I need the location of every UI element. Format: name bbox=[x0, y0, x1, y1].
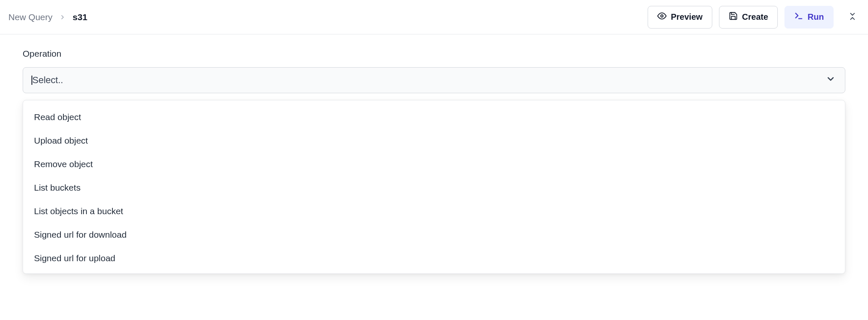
breadcrumb: New Query s31 bbox=[8, 12, 87, 22]
chevrons-collapse-icon bbox=[848, 12, 857, 23]
dropdown-item[interactable]: List objects in a bucket bbox=[23, 199, 845, 223]
operation-dropdown: Read object Upload object Remove object … bbox=[23, 100, 845, 274]
run-button[interactable]: Run bbox=[784, 6, 834, 29]
select-placeholder: Select.. bbox=[32, 75, 63, 86]
content-area: Operation Select.. Read object Upload ob… bbox=[0, 34, 868, 93]
header-bar: New Query s31 Preview Create Run bbox=[0, 0, 868, 34]
dropdown-item[interactable]: Signed url for download bbox=[23, 223, 845, 247]
terminal-icon bbox=[794, 11, 803, 23]
dropdown-item[interactable]: Signed url for upload bbox=[23, 247, 845, 270]
dropdown-item[interactable]: Upload object bbox=[23, 129, 845, 152]
text-cursor bbox=[31, 76, 32, 85]
operation-select[interactable]: Select.. bbox=[23, 67, 845, 93]
dropdown-item[interactable]: List buckets bbox=[23, 176, 845, 199]
breadcrumb-root[interactable]: New Query bbox=[8, 12, 52, 22]
preview-button-label: Preview bbox=[671, 12, 703, 22]
collapse-button[interactable] bbox=[845, 10, 860, 24]
preview-button[interactable]: Preview bbox=[648, 6, 712, 29]
create-button-label: Create bbox=[742, 12, 768, 22]
svg-point-0 bbox=[661, 15, 663, 17]
chevron-down-icon bbox=[826, 74, 836, 87]
operation-select-wrapper: Select.. Read object Upload object Remov… bbox=[23, 67, 845, 93]
save-icon bbox=[729, 11, 738, 23]
breadcrumb-current: s31 bbox=[73, 12, 87, 22]
dropdown-item[interactable]: Remove object bbox=[23, 152, 845, 176]
chevron-right-icon bbox=[59, 14, 66, 21]
create-button[interactable]: Create bbox=[719, 6, 778, 29]
select-placeholder-text: Select.. bbox=[32, 75, 63, 85]
header-actions: Preview Create Run bbox=[648, 6, 860, 29]
operation-label: Operation bbox=[23, 49, 845, 59]
run-button-label: Run bbox=[808, 12, 824, 22]
dropdown-item[interactable]: Read object bbox=[23, 105, 845, 129]
eye-icon bbox=[657, 11, 667, 23]
